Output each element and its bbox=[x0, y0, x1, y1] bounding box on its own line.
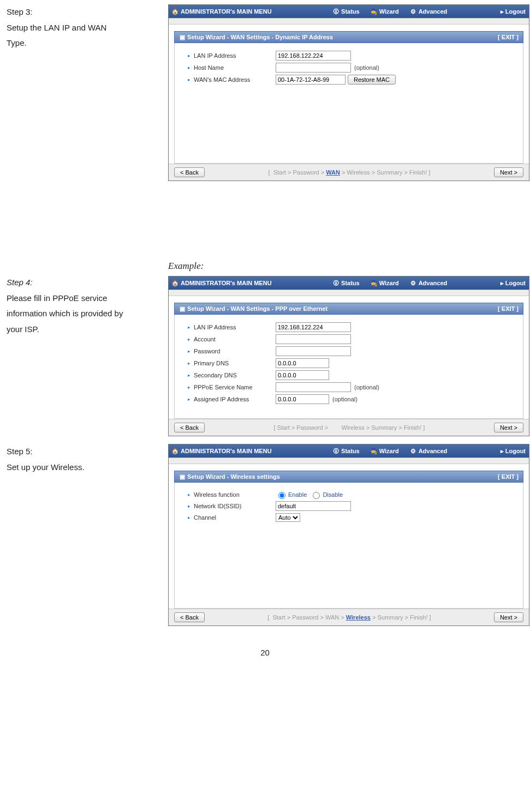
bullet-icon: ▸ bbox=[188, 515, 190, 520]
nav-underbar bbox=[169, 458, 529, 464]
enable-radio[interactable] bbox=[278, 492, 285, 499]
nav-advanced[interactable]: ⚙Advanced bbox=[410, 280, 448, 286]
nav-status[interactable]: 🛈Status bbox=[332, 8, 360, 15]
status-icon: 🛈 bbox=[332, 280, 339, 286]
disable-radio-label[interactable]: Disable bbox=[310, 490, 343, 499]
next-button[interactable]: Next > bbox=[494, 167, 523, 177]
bullet-icon: ▸ bbox=[188, 336, 190, 342]
nav-status[interactable]: 🛈Status bbox=[332, 448, 360, 454]
ssid-input[interactable] bbox=[276, 501, 351, 511]
breadcrumb: [ Start > Password > WAN > Wireless > Su… bbox=[205, 169, 494, 176]
step3-desc-line1: Setup the LAN IP and WAN bbox=[7, 20, 165, 36]
panel2-titlebar: ▣ Setup Wizard - WAN Settings - PPP over… bbox=[174, 303, 523, 315]
bullet-icon: ▸ bbox=[188, 384, 190, 390]
nav-status[interactable]: 🛈Status bbox=[332, 280, 360, 286]
exit-link[interactable]: [ EXIT ] bbox=[498, 34, 519, 40]
wizard-icon: 🧙 bbox=[371, 280, 377, 286]
panel1-titlebar: ▣ Setup Wizard - WAN Settings - Dynamic … bbox=[174, 31, 523, 43]
step5-sidebar: Step 5: Set up your Wireless. bbox=[7, 444, 168, 475]
secondary-dns-input[interactable] bbox=[276, 370, 329, 380]
pppoe-service-input[interactable] bbox=[276, 382, 351, 392]
advanced-icon: ⚙ bbox=[410, 448, 416, 454]
back-button[interactable]: < Back bbox=[174, 612, 205, 622]
host-optional-note: (optional) bbox=[354, 64, 379, 71]
panel3-body: ▸ Wireless function Enable Disable ▸ Net… bbox=[174, 483, 523, 609]
channel-label: Channel bbox=[194, 514, 276, 521]
enable-radio-label[interactable]: Enable bbox=[276, 490, 307, 499]
svc-optional-note: (optional) bbox=[354, 384, 379, 390]
nav-underbar bbox=[169, 290, 529, 296]
nav-wizard[interactable]: 🧙Wizard bbox=[371, 280, 399, 286]
nav-logout[interactable]: ▸ Logout bbox=[501, 448, 526, 455]
lan-ip-label: LAN IP Address bbox=[194, 52, 276, 59]
status-icon: 🛈 bbox=[332, 8, 339, 15]
nav-wizard[interactable]: 🧙Wizard bbox=[371, 448, 399, 454]
nav-logout[interactable]: ▸ Logout bbox=[501, 280, 526, 287]
lan-ip-input[interactable] bbox=[276, 322, 351, 332]
exit-link[interactable]: [ EXIT ] bbox=[498, 473, 519, 480]
nav-advanced[interactable]: ⚙Advanced bbox=[410, 448, 448, 454]
pppoe-service-label: PPPoE Service Name bbox=[194, 384, 276, 390]
nav-wizard[interactable]: 🧙Wizard bbox=[371, 8, 399, 15]
example-heading: Example: bbox=[168, 261, 529, 272]
host-name-input[interactable] bbox=[276, 63, 351, 73]
brand: 🏠 ADMINISTRATOR's MAIN MENU bbox=[172, 448, 272, 454]
bullet-icon: ▸ bbox=[188, 360, 190, 366]
step5-heading: Step 5: bbox=[7, 444, 165, 460]
step4-sidebar: Step 4: Please fill in PPPoE service inf… bbox=[7, 244, 168, 337]
bullet-icon: ▸ bbox=[188, 503, 190, 509]
bullet-icon: ▸ bbox=[188, 77, 190, 82]
panel3-footer: < Back [ Start > Password > WAN > Wirele… bbox=[169, 609, 529, 625]
password-input[interactable] bbox=[276, 346, 351, 356]
panel2-footer: < Back [ Start > Password > Wireless > S… bbox=[169, 419, 529, 436]
lan-ip-label: LAN IP Address bbox=[194, 324, 276, 330]
top-nav: 🏠 ADMINISTRATOR's MAIN MENU 🛈Status 🧙Wiz… bbox=[169, 5, 529, 18]
step3-sidebar: Step 3: Setup the LAN IP and WAN Type. bbox=[7, 4, 168, 51]
back-button[interactable]: < Back bbox=[174, 423, 205, 432]
panel-icon: ▣ bbox=[179, 473, 186, 480]
breadcrumb: [ Start > Password > WAN > Wireless > Su… bbox=[205, 614, 494, 621]
page-number: 20 bbox=[7, 648, 523, 657]
panel3-titlebar: ▣ Setup Wizard - Wireless settings [ EXI… bbox=[174, 471, 523, 483]
host-name-label: Host Name bbox=[194, 64, 276, 71]
disable-radio[interactable] bbox=[313, 492, 320, 499]
nav-logout[interactable]: ▸ Logout bbox=[501, 8, 526, 15]
next-button[interactable]: Next > bbox=[494, 612, 523, 622]
secondary-dns-label: Secondary DNS bbox=[194, 372, 276, 378]
top-nav: 🏠 ADMINISTRATOR's MAIN MENU 🛈Status 🧙Wiz… bbox=[169, 276, 529, 290]
bullet-icon: ▸ bbox=[188, 65, 190, 70]
assigned-ip-input[interactable] bbox=[276, 394, 329, 404]
breadcrumb: [ Start > Password > Wireless > Summary … bbox=[205, 424, 494, 431]
home-icon: 🏠 bbox=[172, 280, 178, 286]
account-input[interactable] bbox=[276, 334, 351, 344]
bullet-icon: ▸ bbox=[188, 396, 190, 402]
advanced-icon: ⚙ bbox=[410, 280, 416, 286]
channel-select[interactable]: Auto bbox=[276, 513, 300, 522]
primary-dns-label: Primary DNS bbox=[194, 360, 276, 366]
panel2-title: Setup Wizard - WAN Settings - PPP over E… bbox=[187, 305, 327, 312]
wizard-icon: 🧙 bbox=[371, 8, 377, 15]
bullet-icon: ▸ bbox=[188, 372, 190, 378]
step4-desc-line1: Please fill in PPPoE service bbox=[7, 291, 165, 306]
next-button[interactable]: Next > bbox=[494, 423, 523, 432]
primary-dns-input[interactable] bbox=[276, 358, 329, 368]
nav-advanced[interactable]: ⚙Advanced bbox=[410, 8, 448, 15]
wan-mac-label: WAN's MAC Address bbox=[194, 76, 276, 83]
brand: 🏠 ADMINISTRATOR's MAIN MENU bbox=[172, 280, 272, 286]
ssid-label: Network ID(SSID) bbox=[194, 503, 276, 509]
panel1-body: ▸ LAN IP Address ▸ Host Name (optional) … bbox=[174, 43, 523, 164]
step3-heading: Step 3: bbox=[7, 4, 165, 20]
panel3-title: Setup Wizard - Wireless settings bbox=[187, 473, 280, 480]
back-button[interactable]: < Back bbox=[174, 167, 205, 177]
step4-heading: Step 4: bbox=[7, 278, 33, 287]
home-icon: 🏠 bbox=[172, 448, 178, 454]
lan-ip-input[interactable] bbox=[276, 51, 351, 61]
bullet-icon: ▸ bbox=[188, 348, 190, 354]
brand: 🏠 ADMINISTRATOR's MAIN MENU bbox=[172, 8, 272, 15]
aip-optional-note: (optional) bbox=[332, 396, 358, 402]
screenshot-step3: 🏠 ADMINISTRATOR's MAIN MENU 🛈Status 🧙Wiz… bbox=[168, 4, 529, 181]
wan-mac-input[interactable] bbox=[276, 75, 346, 85]
restore-mac-button[interactable]: Restore MAC bbox=[348, 75, 396, 85]
exit-link[interactable]: [ EXIT ] bbox=[498, 305, 519, 312]
step3-desc-line2: Type. bbox=[7, 35, 165, 51]
